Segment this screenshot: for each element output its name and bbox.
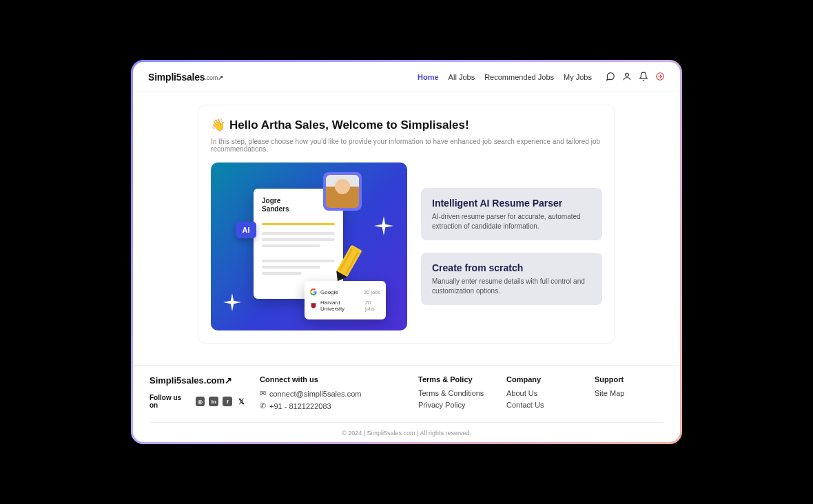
footer-link-terms[interactable]: Terms & Conditions <box>418 389 493 397</box>
footer-logo[interactable]: Simpli5sales.com↗ <box>150 375 246 386</box>
footer-phone[interactable]: ✆ +91 - 8121222083 <box>260 401 404 410</box>
header: Simpli5sales.com↗ Home All Jobs Recommen… <box>133 62 680 92</box>
nav: Home All Jobs Recommended Jobs My Jobs <box>418 72 665 83</box>
footer-support-col: Support Site Map <box>595 375 663 414</box>
bell-icon[interactable] <box>639 72 648 83</box>
copyright: © 2024 | Simpli5sales.com | All rights r… <box>150 422 663 437</box>
welcome-heading: 👋 Hello Artha Sales, Welcome to Simplisa… <box>211 118 602 132</box>
option-title: Create from scratch <box>432 262 591 273</box>
instagram-icon[interactable]: ◎ <box>196 397 205 406</box>
footer: Simpli5sales.com↗ Follow us on ◎ in f 𝕏 … <box>133 365 680 442</box>
footer-link-privacy[interactable]: Privacy Policy <box>418 401 493 409</box>
option-desc: Manually enter resume details with full … <box>432 277 591 295</box>
footer-heading-support: Support <box>595 375 663 384</box>
welcome-title: Hello Artha Sales, Welcome to Simplisale… <box>229 118 469 132</box>
option-create-scratch[interactable]: Create from scratch Manually enter resum… <box>421 253 602 305</box>
footer-email[interactable]: ✉ connect@simpli5sales.com <box>260 389 404 398</box>
footer-terms-col: Terms & Policy Terms & Conditions Privac… <box>418 375 493 414</box>
tag-card: Google 30 jobs Harvard University 20 job… <box>305 281 386 319</box>
footer-link-about[interactable]: About Us <box>506 389 581 397</box>
footer-company-col: Company About Us Contact Us <box>506 375 581 414</box>
option-desc: AI-driven resume parser for accurate, au… <box>432 212 591 231</box>
tag-row-harvard: Harvard University 20 jobs <box>310 297 380 314</box>
brand-arrow-icon: ↗ <box>218 74 223 81</box>
welcome-card: 👋 Hello Artha Sales, Welcome to Simplisa… <box>198 105 615 344</box>
footer-heading-connect: Connect with us <box>260 375 404 384</box>
facebook-icon[interactable]: f <box>223 397 232 406</box>
footer-columns: Simpli5sales.com↗ Follow us on ◎ in f 𝕏 … <box>150 375 663 414</box>
option-ai-parser[interactable]: Intelligent AI Resume Parser AI-driven r… <box>421 188 602 240</box>
footer-brand-col: Simpli5sales.com↗ Follow us on ◎ in f 𝕏 <box>150 375 246 414</box>
tag-row-google: Google 30 jobs <box>310 286 380 297</box>
tag-name: Harvard University <box>320 300 362 312</box>
x-icon[interactable]: 𝕏 <box>236 397 246 406</box>
follow-row: Follow us on ◎ in f 𝕏 <box>150 394 246 409</box>
brand-suffix: .com <box>205 74 218 81</box>
svg-point-0 <box>626 73 629 76</box>
footer-connect-col: Connect with us ✉ connect@simpli5sales.c… <box>260 375 404 414</box>
footer-link-contact[interactable]: Contact Us <box>506 401 581 409</box>
footer-heading-terms: Terms & Policy <box>418 375 493 384</box>
sparkle-icon <box>223 293 241 311</box>
wave-emoji: 👋 <box>211 118 225 132</box>
illustration-panel: Jogre Sanders AI <box>211 162 407 330</box>
options-list: Intelligent AI Resume Parser AI-driven r… <box>421 162 602 330</box>
nav-home[interactable]: Home <box>418 73 439 81</box>
brand-logo[interactable]: Simpli5sales.com↗ <box>148 72 223 83</box>
sparkle-icon <box>374 216 393 235</box>
tag-jobs: 30 jobs <box>364 289 380 295</box>
follow-label: Follow us on <box>150 394 192 409</box>
tag-jobs: 20 jobs <box>365 300 380 312</box>
main: 👋 Hello Artha Sales, Welcome to Simplisa… <box>133 92 680 365</box>
harvard-icon <box>310 302 317 309</box>
avatar-illustration <box>323 172 362 211</box>
tag-name: Google <box>320 289 338 295</box>
mail-icon: ✉ <box>260 389 266 398</box>
logout-icon[interactable] <box>655 72 665 83</box>
header-icons <box>606 72 665 83</box>
footer-link-sitemap[interactable]: Site Map <box>595 389 663 397</box>
ai-badge: AI <box>236 222 256 238</box>
nav-all-jobs[interactable]: All Jobs <box>449 73 475 81</box>
user-icon[interactable] <box>622 72 632 83</box>
nav-my-jobs[interactable]: My Jobs <box>564 73 592 81</box>
option-title: Intelligent AI Resume Parser <box>432 198 591 209</box>
content-row: Jogre Sanders AI <box>211 162 602 330</box>
device-frame: Simpli5sales.com↗ Home All Jobs Recommen… <box>131 60 682 444</box>
linkedin-icon[interactable]: in <box>209 397 218 406</box>
phone-icon: ✆ <box>260 401 266 410</box>
google-icon <box>310 288 317 295</box>
chat-icon[interactable] <box>606 72 615 83</box>
brand-name: Simpli5sales <box>148 72 205 83</box>
welcome-subtext: In this step, please choose how you'd li… <box>211 138 602 153</box>
screen: Simpli5sales.com↗ Home All Jobs Recommen… <box>133 62 680 442</box>
footer-heading-company: Company <box>506 375 581 384</box>
nav-recommended-jobs[interactable]: Recommended Jobs <box>484 73 554 81</box>
